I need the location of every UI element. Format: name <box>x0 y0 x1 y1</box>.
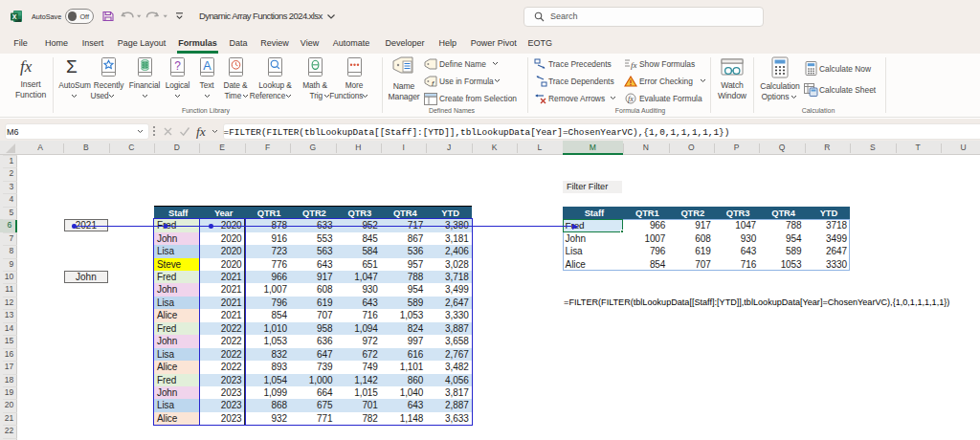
svg-text:fx: fx <box>20 57 33 76</box>
svg-text:fx: fx <box>631 60 637 70</box>
svg-text:Σ: Σ <box>66 56 78 76</box>
svg-text:X: X <box>12 13 17 20</box>
svg-text:fx: fx <box>196 124 206 139</box>
svg-text:?: ? <box>174 59 181 73</box>
svg-text:A: A <box>203 59 212 73</box>
svg-text:fx: fx <box>628 95 634 103</box>
